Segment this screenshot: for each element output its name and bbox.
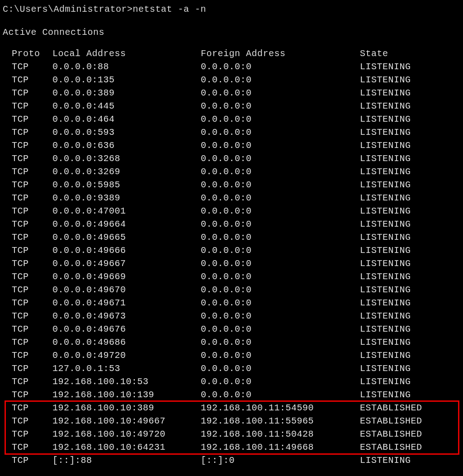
cell-foreign-address: 0.0.0.0:0: [201, 257, 360, 270]
table-row: TCP192.168.100.10:1390.0.0.0:0LISTENING: [12, 388, 463, 401]
connections-table: Proto Local Address Foreign Address Stat…: [3, 47, 463, 467]
table-row: TCP192.168.100.10:530.0.0.0:0LISTENING: [12, 375, 463, 388]
cell-proto: TCP: [12, 336, 52, 349]
cell-state: LISTENING: [360, 205, 411, 218]
cell-state: LISTENING: [360, 375, 411, 388]
cell-local-address: 0.0.0.0:47001: [52, 205, 201, 218]
cell-proto: TCP: [12, 100, 52, 113]
cell-proto: TCP: [12, 362, 52, 375]
cell-local-address: 0.0.0.0:3269: [52, 165, 201, 178]
cell-proto: TCP: [12, 283, 52, 296]
cell-foreign-address: 0.0.0.0:0: [201, 126, 360, 139]
cell-local-address: 0.0.0.0:49665: [52, 231, 201, 244]
cell-proto: TCP: [12, 414, 52, 428]
cell-state: LISTENING: [360, 231, 411, 244]
cell-local-address: 0.0.0.0:3268: [52, 152, 201, 165]
cell-state: LISTENING: [360, 244, 411, 257]
cell-proto: TCP: [12, 388, 52, 401]
cell-local-address: 127.0.0.1:53: [52, 362, 201, 375]
cell-local-address: 192.168.100.10:49720: [52, 428, 201, 441]
cell-state: LISTENING: [360, 349, 411, 362]
cell-foreign-address: 0.0.0.0:0: [201, 349, 360, 362]
table-row: TCP0.0.0.0:32680.0.0.0:0LISTENING: [12, 152, 463, 165]
cell-state: LISTENING: [360, 323, 411, 336]
table-row: TCP0.0.0.0:496700.0.0.0:0LISTENING: [12, 283, 463, 296]
cell-state: LISTENING: [360, 257, 411, 270]
cell-proto: TCP: [12, 270, 52, 283]
cell-foreign-address: 0.0.0.0:0: [201, 296, 360, 309]
cell-local-address: 0.0.0.0:49667: [52, 257, 201, 270]
cell-foreign-address: 0.0.0.0:0: [201, 100, 360, 113]
cell-proto: TCP: [12, 428, 52, 441]
cell-local-address: 0.0.0.0:49673: [52, 309, 201, 323]
cell-proto: TCP: [12, 152, 52, 165]
cell-proto: TCP: [12, 218, 52, 231]
cell-foreign-address: 0.0.0.0:0: [201, 283, 360, 296]
cell-local-address: 0.0.0.0:49671: [52, 296, 201, 309]
table-row: TCP0.0.0.0:496650.0.0.0:0LISTENING: [12, 231, 463, 244]
table-row: TCP0.0.0.0:496730.0.0.0:0LISTENING: [12, 309, 463, 323]
cell-proto: TCP: [12, 139, 52, 152]
cell-proto: TCP: [12, 73, 52, 86]
cell-proto: TCP: [12, 401, 52, 414]
cell-local-address: 0.0.0.0:9389: [52, 191, 201, 205]
cell-state: LISTENING: [360, 73, 411, 86]
table-row: TCP192.168.100.10:389192.168.100.11:5459…: [12, 401, 463, 414]
cell-local-address: 0.0.0.0:593: [52, 126, 201, 139]
cell-proto: TCP: [12, 191, 52, 205]
cell-local-address: 0.0.0.0:389: [52, 86, 201, 100]
cell-state: LISTENING: [360, 165, 411, 178]
table-row: TCP0.0.0.0:4450.0.0.0:0LISTENING: [12, 100, 463, 113]
header-local: Local Address: [52, 47, 201, 60]
cell-foreign-address: 192.168.100.11:50428: [201, 428, 360, 441]
cell-proto: TCP: [12, 309, 52, 323]
cell-foreign-address: 0.0.0.0:0: [201, 152, 360, 165]
cell-local-address: 0.0.0.0:49676: [52, 323, 201, 336]
cell-proto: TCP: [12, 441, 52, 454]
cell-local-address: 0.0.0.0:49664: [52, 218, 201, 231]
cell-proto: TCP: [12, 165, 52, 178]
cell-foreign-address: 0.0.0.0:0: [201, 205, 360, 218]
table-row: TCP0.0.0.0:496640.0.0.0:0LISTENING: [12, 218, 463, 231]
cell-state: LISTENING: [360, 336, 411, 349]
cell-local-address: 0.0.0.0:49670: [52, 283, 201, 296]
cell-proto: TCP: [12, 244, 52, 257]
table-row: TCP192.168.100.10:64231192.168.100.11:49…: [12, 441, 463, 454]
table-row: TCP0.0.0.0:3890.0.0.0:0LISTENING: [12, 86, 463, 100]
cell-foreign-address: 0.0.0.0:0: [201, 191, 360, 205]
table-row: TCP192.168.100.10:49720192.168.100.11:50…: [12, 428, 463, 441]
header-foreign: Foreign Address: [201, 47, 360, 60]
cell-state: LISTENING: [360, 178, 411, 191]
cell-local-address: 0.0.0.0:49720: [52, 349, 201, 362]
cell-foreign-address: 0.0.0.0:0: [201, 113, 360, 126]
table-row: TCP[::]:88[::]:0LISTENING: [12, 454, 463, 467]
cell-proto: TCP: [12, 257, 52, 270]
table-row: TCP0.0.0.0:496670.0.0.0:0LISTENING: [12, 257, 463, 270]
cell-foreign-address: 192.168.100.11:54590: [201, 401, 360, 414]
cell-foreign-address: [::]:0: [201, 454, 360, 467]
header-proto: Proto: [12, 47, 52, 60]
cell-foreign-address: 0.0.0.0:0: [201, 231, 360, 244]
cell-state: LISTENING: [360, 86, 411, 100]
cell-foreign-address: 0.0.0.0:0: [201, 323, 360, 336]
cell-foreign-address: 192.168.100.11:49668: [201, 441, 360, 454]
cell-proto: TCP: [12, 60, 52, 73]
cell-proto: TCP: [12, 454, 52, 467]
table-row: TCP0.0.0.0:470010.0.0.0:0LISTENING: [12, 205, 463, 218]
table-row: TCP127.0.0.1:530.0.0.0:0LISTENING: [12, 362, 463, 375]
cell-local-address: 0.0.0.0:445: [52, 100, 201, 113]
section-title: Active Connections: [3, 26, 463, 39]
terminal-window[interactable]: C:\Users\Administrator>netstat -a -n Act…: [3, 3, 463, 467]
cell-local-address: 192.168.100.10:139: [52, 388, 201, 401]
cell-foreign-address: 0.0.0.0:0: [201, 309, 360, 323]
cell-foreign-address: 0.0.0.0:0: [201, 86, 360, 100]
cell-foreign-address: 0.0.0.0:0: [201, 388, 360, 401]
table-row: TCP192.168.100.10:49667192.168.100.11:55…: [12, 414, 463, 428]
cell-foreign-address: 0.0.0.0:0: [201, 362, 360, 375]
table-row: TCP0.0.0.0:32690.0.0.0:0LISTENING: [12, 165, 463, 178]
cell-proto: TCP: [12, 349, 52, 362]
cell-state: LISTENING: [360, 191, 411, 205]
table-row: TCP0.0.0.0:497200.0.0.0:0LISTENING: [12, 349, 463, 362]
cell-state: LISTENING: [360, 362, 411, 375]
cell-foreign-address: 192.168.100.11:55965: [201, 414, 360, 428]
